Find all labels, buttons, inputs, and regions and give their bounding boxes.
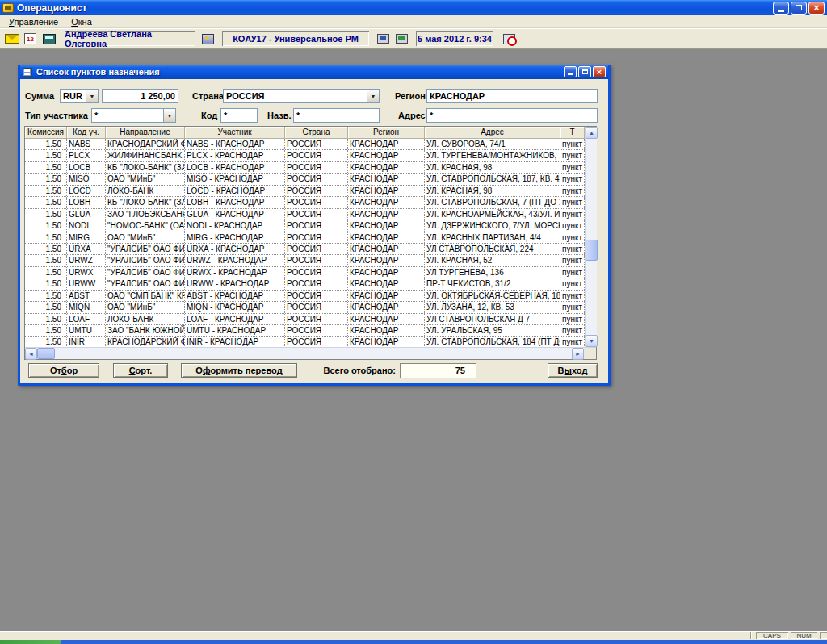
- table-cell: УЛ. КРАСНОАРМЕЙСКАЯ, 43/УЛ. ИМ. Г: [425, 209, 560, 220]
- column-header[interactable]: Адрес: [425, 127, 560, 139]
- region-input[interactable]: [426, 89, 598, 103]
- country-select[interactable]: РОССИЯ▼: [223, 89, 380, 103]
- taskbar[interactable]: [0, 640, 827, 644]
- table-row[interactable]: 1.50URWZ"УРАЛСИБ" ОАО ФИURWZ - КРАСНОДАР…: [25, 255, 585, 266]
- column-header[interactable]: Направление: [106, 127, 185, 139]
- vertical-scroll-thumb[interactable]: [586, 240, 598, 261]
- start-button[interactable]: [0, 640, 61, 644]
- table-row[interactable]: 1.50UMTUЗАО "БАНК ЮЖНОЙUMTU - КРАСНОДАРР…: [25, 325, 585, 337]
- region-label: Регион: [395, 89, 426, 103]
- horizontal-scrollbar[interactable]: ◄ ►: [25, 348, 584, 359]
- table-cell: ЖИЛФИНАНСБАНК: [106, 150, 185, 161]
- make-transfer-button[interactable]: Оформить перевод: [181, 363, 297, 378]
- table-cell: MISO: [67, 174, 106, 184]
- table-cell: URWX - КРАСНОДАР: [185, 267, 285, 278]
- table-row[interactable]: 1.50NABSКРАСНОДАРСКИЙ ФNABS - КРАСНОДАРР…: [25, 139, 585, 150]
- scroll-right-icon[interactable]: ►: [572, 348, 584, 360]
- workstation-pc-icon[interactable]: [376, 32, 391, 46]
- table-row[interactable]: 1.50MIQNОАО "МИнБ"MIQN - КРАСНОДАРРОССИЯ…: [25, 302, 585, 313]
- table-cell: "УРАЛСИБ" ОАО ФИ: [106, 244, 185, 254]
- dialog-maximize-icon: [582, 69, 588, 74]
- menu-okna[interactable]: Окна: [65, 16, 98, 27]
- dialog-minimize-button[interactable]: [564, 66, 577, 77]
- column-header[interactable]: Код уч.: [67, 127, 106, 139]
- table-cell: УЛ. СТАВРОПОЛЬСКАЯ, 187, КВ. 42-43: [425, 174, 560, 184]
- table-row[interactable]: 1.50URWW"УРАЛСИБ" ОАО ФИURWW - КРАСНОДАР…: [25, 278, 585, 290]
- table-cell: РОССИЯ: [285, 139, 348, 149]
- menu-upravlenie[interactable]: Управление: [3, 16, 64, 27]
- column-header[interactable]: Комиссия: [25, 127, 67, 139]
- table-row[interactable]: 1.50LOAFЛОКО-БАНКLOAF - КРАСНОДАРРОССИЯК…: [25, 314, 585, 325]
- table-cell: КРАСНОДАР: [348, 139, 425, 149]
- amount-input[interactable]: [102, 89, 178, 103]
- table-cell: КБ "ЛОКО-БАНК" (ЗА: [106, 197, 185, 207]
- menubar: Управление Окна: [0, 15, 827, 28]
- table-cell: КРАСНОДАР: [348, 174, 425, 184]
- table-row[interactable]: 1.50MISOОАО "МИнБ"MISO - КРАСНОДАРРОССИЯ…: [25, 174, 585, 185]
- table-cell: пункт: [560, 278, 585, 289]
- address-input[interactable]: [426, 108, 598, 123]
- chevron-down-icon[interactable]: ▼: [367, 90, 379, 102]
- table-row[interactable]: 1.50MIRGОАО "МИнБ"MIRG - КРАСНОДАРРОССИЯ…: [25, 232, 585, 244]
- dialog-grid-icon: [23, 68, 32, 77]
- table-cell: 1.50: [25, 220, 67, 231]
- horizontal-scroll-thumb[interactable]: [37, 348, 55, 359]
- table-cell: 1.50: [25, 302, 67, 312]
- minimize-button[interactable]: [773, 2, 789, 15]
- column-header[interactable]: Т: [560, 127, 585, 139]
- column-header[interactable]: Участник: [185, 127, 285, 139]
- table-row[interactable]: 1.50URXA"УРАЛСИБ" ОАО ФИURXA - КРАСНОДАР…: [25, 244, 585, 255]
- table-row[interactable]: 1.50URWX"УРАЛСИБ" ОАО ФИURWX - КРАСНОДАР…: [25, 267, 585, 278]
- table-cell: пункт: [560, 174, 585, 184]
- calendar-icon[interactable]: 12: [23, 32, 38, 46]
- table-cell: УЛ. ОКТЯБРЬСКАЯ-СЕВЕРНАЯ, 183/32: [425, 291, 560, 301]
- table-row[interactable]: 1.50ABSTОАО "СМП БАНК" КРABST - КРАСНОДА…: [25, 291, 585, 302]
- code-label: Код: [201, 108, 217, 123]
- table-cell: пункт: [560, 232, 585, 243]
- participant-type-select[interactable]: *▼: [91, 108, 176, 123]
- table-cell: УЛ. КРАСНАЯ, 98: [425, 162, 560, 173]
- table-cell: MISO - КРАСНОДАР: [185, 174, 285, 184]
- scroll-up-icon[interactable]: ▲: [586, 127, 598, 139]
- table-cell: РОССИЯ: [285, 162, 348, 173]
- table-row[interactable]: 1.50LOCDЛОКО-БАНКLOCD - КРАСНОДАРРОССИЯК…: [25, 186, 585, 197]
- chevron-down-icon[interactable]: ▼: [163, 109, 175, 122]
- scroll-left-icon[interactable]: ◄: [25, 348, 37, 360]
- filter-button[interactable]: Отбор: [28, 363, 99, 378]
- table-body: 1.50NABSКРАСНОДАРСКИЙ ФNABS - КРАСНОДАРР…: [25, 139, 585, 347]
- vertical-scrollbar[interactable]: ▲ ▼: [585, 127, 597, 347]
- scroll-down-icon[interactable]: ▼: [586, 335, 598, 347]
- sort-button[interactable]: Сорт.: [113, 363, 168, 378]
- operator-icon[interactable]: [200, 32, 216, 46]
- table-row[interactable]: 1.50INIRКРАСНОДАРСКИЙ ФINIR - КРАСНОДАРР…: [25, 337, 585, 347]
- table-cell: УЛ. ТУРГЕНЕВА/МОНТАЖНИКОВ, 138А: [425, 150, 560, 161]
- table-row[interactable]: 1.50GLUAЗАО "ГЛОБЭКСБАНКGLUA - КРАСНОДАР…: [25, 209, 585, 220]
- restore-button[interactable]: [791, 2, 807, 15]
- session-clock-icon[interactable]: [502, 32, 517, 46]
- table-cell: ЗАО "БАНК ЮЖНОЙ: [106, 325, 185, 336]
- table-row[interactable]: 1.50PLCXЖИЛФИНАНСБАНКPLCX - КРАСНОДАРРОС…: [25, 150, 585, 161]
- mail-icon[interactable]: [4, 32, 19, 46]
- dialog-maximize-button[interactable]: [578, 66, 591, 77]
- column-header[interactable]: Регион: [348, 127, 425, 139]
- dialog-close-icon: ×: [597, 67, 602, 77]
- name-input[interactable]: [293, 108, 380, 123]
- currency-select[interactable]: RUR▼: [60, 89, 99, 103]
- table-cell: КРАСНОДАР: [348, 162, 425, 173]
- dialog-close-button[interactable]: ×: [593, 66, 606, 77]
- table-row[interactable]: 1.50NODI"НОМОС-БАНК" (ОАNODI - КРАСНОДАР…: [25, 220, 585, 232]
- minimize-icon: [778, 10, 784, 12]
- column-header[interactable]: Страна: [285, 127, 348, 139]
- connection-pc-icon[interactable]: [394, 32, 409, 46]
- table-row[interactable]: 1.50LOBHКБ "ЛОКО-БАНК" (ЗАLOBH - КРАСНОД…: [25, 197, 585, 208]
- table-row[interactable]: 1.50LOCBКБ "ЛОКО-БАНК" (ЗАLOCB - КРАСНОД…: [25, 162, 585, 174]
- table-cell: NABS - КРАСНОДАР: [185, 139, 285, 149]
- code-input[interactable]: [220, 108, 258, 123]
- destination-list-window: Список пунктов назначения × Сумма RUR▼ С…: [18, 65, 611, 386]
- table-cell: пункт: [560, 197, 585, 207]
- chevron-down-icon[interactable]: ▼: [86, 90, 98, 102]
- exit-button[interactable]: Выход: [548, 363, 598, 378]
- table-cell: UMTU: [67, 325, 106, 336]
- calculator-icon[interactable]: [41, 32, 57, 46]
- close-button[interactable]: ×: [808, 2, 825, 15]
